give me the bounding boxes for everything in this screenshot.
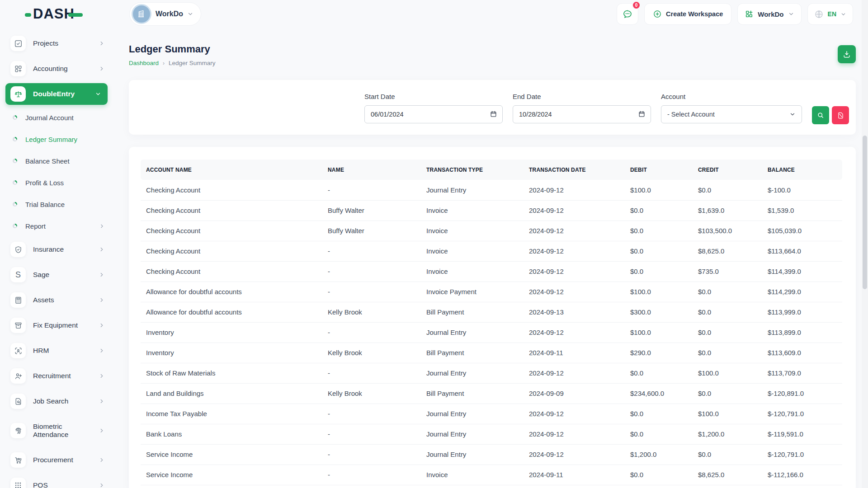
start-date-group: Start Date <box>364 93 503 123</box>
sidebar-item-label: Projects <box>33 39 58 47</box>
calculator-icon <box>10 292 26 308</box>
sidebar-item-trial-balance[interactable]: Trial Balance <box>0 193 113 215</box>
table-row: Checking Account-Journal Entry2024-09-12… <box>141 180 842 200</box>
table-cell: 2024-09-13 <box>524 302 625 322</box>
table-cell: $100.0 <box>625 282 693 302</box>
sidebar-item-sage[interactable]: S Sage <box>0 262 113 287</box>
table-cell: $0.0 <box>693 302 762 322</box>
table-cell: Allowance for doubtful accounts <box>141 302 322 322</box>
start-date-input[interactable] <box>364 105 503 123</box>
notification-badge: 0 <box>632 1 641 9</box>
table-row: Checking Account-Invoice2024-09-12$0.0$8… <box>141 241 842 261</box>
table-cell: 2024-09-09 <box>524 383 625 404</box>
table-cell: $100.0 <box>693 404 762 424</box>
workspace-switcher[interactable]: WorkDo <box>129 2 201 26</box>
table-cell: $-120,791.0 <box>762 404 842 424</box>
sidebar-item-label: HRM <box>33 347 49 355</box>
workdo-menu-button[interactable]: WorkDo <box>737 3 801 25</box>
chevron-right-icon <box>99 246 105 253</box>
table-cell: 2024-09-12 <box>524 424 625 444</box>
column-header: NAME <box>322 160 421 180</box>
archive-box-icon <box>10 318 26 333</box>
table-cell: $0.0 <box>625 200 693 221</box>
table-cell: $105,039.0 <box>762 221 842 241</box>
table-cell: Bill Payment <box>421 383 524 404</box>
table-cell: 2024-09-12 <box>524 221 625 241</box>
sidebar-item-profit-loss[interactable]: Profit & Loss <box>0 172 113 193</box>
messages-button[interactable]: 0 <box>617 3 638 25</box>
sidebar-item-fix-equipment[interactable]: Fix Equipment <box>0 313 113 338</box>
table-cell: $0.0 <box>693 322 762 343</box>
table-cell: $735.0 <box>693 261 762 282</box>
sidebar-item-hrm[interactable]: HRM <box>0 338 113 363</box>
account-label: Account <box>661 93 802 100</box>
sidebar-item-balance-sheet[interactable]: Balance Sheet <box>0 150 113 172</box>
create-workspace-label: Create Workspace <box>666 10 723 18</box>
table-cell: $0.0 <box>693 343 762 363</box>
building-icon <box>137 9 146 19</box>
create-workspace-button[interactable]: Create Workspace <box>644 3 731 25</box>
chevron-right-icon <box>99 223 105 229</box>
table-cell: - <box>322 261 421 282</box>
sidebar-item-pos[interactable]: POS <box>0 473 113 488</box>
sidebar-item-procurement[interactable]: Procurement <box>0 447 113 473</box>
chevron-right-icon <box>99 398 105 404</box>
sidebar-item-accounting[interactable]: Accounting <box>0 56 113 81</box>
table-cell: - <box>322 241 421 261</box>
reset-button[interactable] <box>832 106 849 124</box>
workdo-menu-label: WorkDo <box>758 10 783 18</box>
sidebar-subitem-label: Balance Sheet <box>25 157 70 165</box>
table-cell: $-119,591.0 <box>762 424 842 444</box>
table-cell: Buffy Walter <box>322 200 421 221</box>
search-button[interactable] <box>812 106 829 124</box>
page-scrollbar[interactable] <box>862 0 868 488</box>
workspace-name: WorkDo <box>156 10 183 18</box>
download-icon <box>842 50 851 59</box>
table-cell: $100.0 <box>625 180 693 200</box>
table-cell: 2024-09-12 <box>524 404 625 424</box>
column-header: BALANCE <box>762 160 842 180</box>
account-select[interactable]: - Select Account <box>661 105 802 123</box>
page-title: Ledger Summary <box>129 43 216 55</box>
table-cell: Bank Loans <box>141 424 322 444</box>
table-cell: Invoice <box>421 241 524 261</box>
sidebar-item-label: Accounting <box>33 65 68 73</box>
table-cell: - <box>322 465 421 485</box>
topbar: DASH WorkDo 0 Create Workspace <box>0 0 868 28</box>
table-row: Allowance for doubtful accounts-Invoice … <box>141 282 842 302</box>
table-row: Allowance for doubtful accountsKelly Bro… <box>141 302 842 322</box>
chevron-right-icon <box>99 322 105 328</box>
sidebar-item-journal-account[interactable]: Journal Account <box>0 107 113 128</box>
sidebar-item-assets[interactable]: Assets <box>0 287 113 313</box>
dots-grid-icon <box>10 478 26 488</box>
breadcrumb-dashboard-link[interactable]: Dashboard <box>129 60 159 66</box>
table-cell: $113,609.0 <box>762 343 842 363</box>
table-header-row: ACCOUNT NAMENAMETRANSACTION TYPETRANSACT… <box>141 160 842 180</box>
sidebar-item-biometric-attendance[interactable]: Biometric Attendance <box>0 414 113 447</box>
end-date-input[interactable] <box>513 105 651 123</box>
sidebar-item-ledger-summary[interactable]: Ledger Summary <box>0 128 113 150</box>
column-header: ACCOUNT NAME <box>141 160 322 180</box>
chevron-down-icon <box>789 111 796 117</box>
sidebar-item-insurance[interactable]: Insurance <box>0 237 113 262</box>
main-content: Ledger Summary Dashboard › Ledger Summar… <box>113 28 868 488</box>
chevron-right-icon <box>99 373 105 379</box>
language-selector[interactable]: EN <box>807 3 853 25</box>
sidebar-item-label: Recruitment <box>33 372 71 380</box>
table-cell: Checking Account <box>141 180 322 200</box>
table-row: Checking AccountBuffy WalterInvoice2024-… <box>141 221 842 241</box>
sidebar-item-job-search[interactable]: Job Search <box>0 389 113 414</box>
sidebar-item-doubleentry[interactable]: DoubleEntry <box>5 83 108 105</box>
download-button[interactable] <box>838 45 856 63</box>
sidebar-item-projects[interactable]: Projects <box>0 31 113 56</box>
table-cell: $1,200.0 <box>625 444 693 465</box>
column-header: CREDIT <box>693 160 762 180</box>
table-cell: $290.0 <box>625 343 693 363</box>
page-scrollbar-thumb[interactable] <box>863 136 867 289</box>
chevron-down-icon <box>187 11 193 17</box>
table-cell: $0.0 <box>693 444 762 465</box>
brand-logo[interactable]: DASH <box>25 6 113 22</box>
sidebar-item-report[interactable]: Report <box>0 215 113 237</box>
table-cell: $0.0 <box>693 383 762 404</box>
sidebar-item-recruitment[interactable]: Recruitment <box>0 363 113 389</box>
